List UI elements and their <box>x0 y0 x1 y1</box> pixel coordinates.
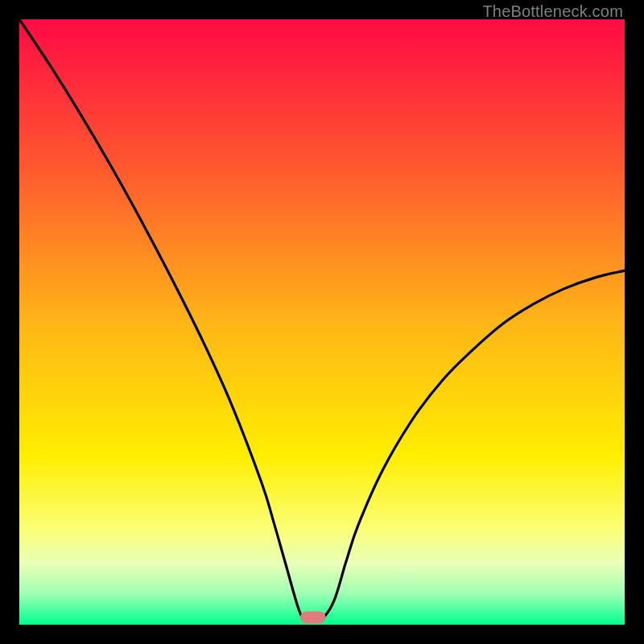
chart-frame: TheBottleneck.com <box>0 0 644 644</box>
chart-svg <box>19 19 625 625</box>
gradient-background <box>19 19 625 625</box>
marker <box>300 611 326 623</box>
watermark-label: TheBottleneck.com <box>482 2 623 21</box>
plot-area <box>19 19 625 625</box>
